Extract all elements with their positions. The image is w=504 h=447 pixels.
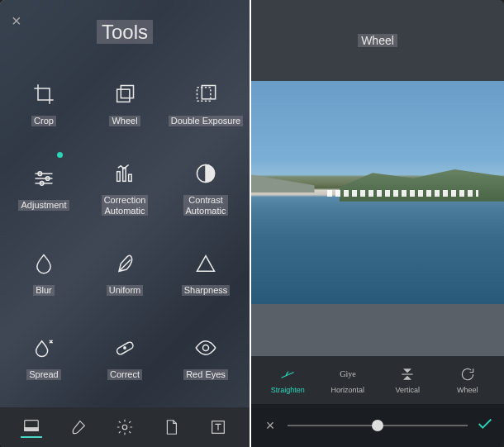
- svg-rect-12: [129, 174, 132, 181]
- straighten-icon: [279, 366, 296, 383]
- edit-panel: Wheel Straighten Giye Horizontal Vertica…: [251, 0, 504, 447]
- confirm-button[interactable]: [476, 415, 494, 437]
- transform-label: Wheel: [457, 386, 478, 394]
- slider[interactable]: [288, 425, 468, 426]
- panel-title: Tools: [97, 20, 153, 44]
- slider-thumb[interactable]: [372, 420, 383, 431]
- tool-auto-correction[interactable]: Correction Automatic: [84, 147, 165, 232]
- svg-text:Giye: Giye: [340, 369, 356, 378]
- tool-label: Crop: [31, 116, 56, 126]
- tab-page[interactable]: [160, 416, 182, 438]
- transform-wheel[interactable]: Wheel: [443, 366, 492, 394]
- contrast-icon: [194, 162, 217, 185]
- tool-label: Spread: [26, 369, 60, 380]
- transform-vertical[interactable]: Vertical: [383, 366, 432, 394]
- tab-text[interactable]: [207, 416, 229, 438]
- rotate-icon: [113, 83, 136, 106]
- tool-double-exposure[interactable]: Double Exposure: [165, 62, 246, 147]
- tab-brush[interactable]: [68, 416, 89, 438]
- transform-straighten[interactable]: Straighten: [263, 366, 312, 394]
- tool-adjustment[interactable]: Adjustment: [3, 147, 84, 232]
- eye-icon: [194, 336, 217, 359]
- triangle-icon: [194, 252, 217, 275]
- tool-label: Red Eyes: [183, 369, 228, 380]
- sliders-icon: [32, 167, 55, 190]
- transform-label: Horizontal: [330, 386, 364, 394]
- tools-panel: × Tools Crop Wheel: [0, 0, 251, 447]
- tool-label: Double Exposure: [169, 116, 243, 126]
- tab-settings[interactable]: [114, 416, 136, 438]
- crop-icon: [32, 83, 55, 106]
- flip-v-icon: [399, 366, 416, 383]
- double-exposure-icon: [194, 83, 217, 106]
- tool-sharpness[interactable]: Sharpness: [165, 231, 246, 316]
- tool-label: Uniform: [107, 285, 144, 296]
- rotate-cw-icon: [459, 366, 476, 383]
- tool-label: Correct: [107, 369, 142, 380]
- svg-point-15: [124, 347, 126, 349]
- cancel-button[interactable]: ×: [261, 417, 279, 435]
- svg-rect-1: [121, 85, 133, 97]
- transform-horizontal[interactable]: Giye Horizontal: [323, 366, 373, 394]
- tool-label: Contrast Automatic: [183, 195, 229, 216]
- tool-auto-contrast[interactable]: Contrast Automatic: [165, 147, 246, 232]
- tool-label: Blur: [33, 285, 55, 296]
- tool-label: Wheel: [109, 116, 140, 126]
- tool-crop[interactable]: Crop: [3, 62, 84, 147]
- svg-point-19: [122, 425, 127, 430]
- tool-wheel[interactable]: Wheel: [84, 62, 165, 147]
- spread-icon: [32, 336, 55, 359]
- svg-rect-0: [117, 89, 130, 102]
- bandage-icon: [113, 336, 136, 359]
- tool-label: Correction Automatic: [102, 195, 149, 216]
- transform-label: Vertical: [395, 386, 420, 394]
- tool-label: Sharpness: [182, 285, 231, 296]
- tool-correct[interactable]: Correct: [84, 316, 165, 402]
- tool-uniform[interactable]: Uniform: [84, 231, 165, 316]
- transform-row: Straighten Giye Horizontal Vertical Whee…: [251, 356, 504, 404]
- svg-rect-11: [123, 168, 126, 181]
- tool-grid: Crop Wheel Double Exposure Adjustme: [0, 52, 250, 407]
- droplet-icon: [32, 252, 55, 275]
- svg-rect-18: [25, 428, 39, 431]
- tool-label: Adjustment: [18, 200, 69, 211]
- flip-h-icon: Giye: [340, 366, 356, 383]
- slider-row: ×: [251, 404, 504, 447]
- svg-rect-10: [117, 172, 121, 182]
- tab-photo[interactable]: [21, 416, 42, 438]
- photo-preview[interactable]: [251, 81, 504, 304]
- bottom-tab-bar: [0, 407, 250, 447]
- badge-dot: [57, 152, 63, 158]
- feather-icon: [113, 252, 136, 275]
- auto-correct-icon: [113, 162, 136, 185]
- transform-label: Straighten: [271, 386, 305, 394]
- edit-title: Wheel: [358, 34, 397, 47]
- tool-blur[interactable]: Blur: [3, 231, 84, 316]
- tool-spread[interactable]: Spread: [3, 316, 84, 402]
- svg-point-16: [203, 345, 209, 351]
- tool-red-eyes[interactable]: Red Eyes: [165, 316, 246, 402]
